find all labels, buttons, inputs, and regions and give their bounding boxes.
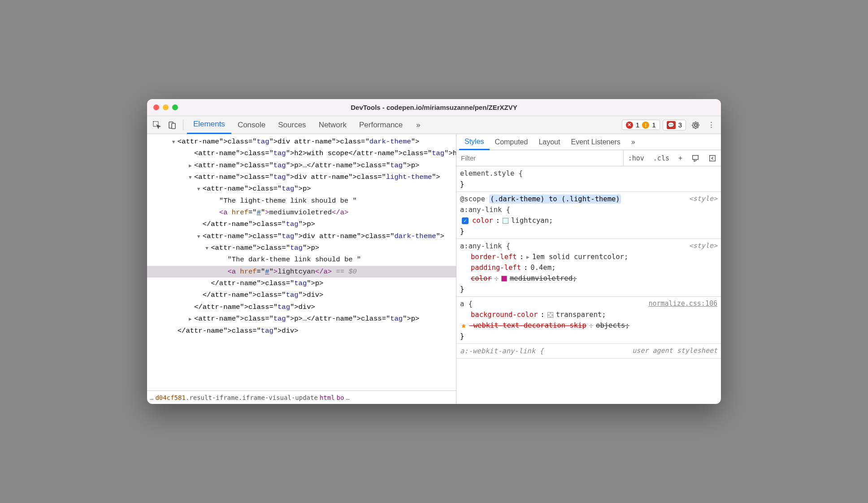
expand-arrow-icon[interactable]: ▶	[189, 162, 194, 170]
crumb-item[interactable]: d04cf581.result-iframe.iframe-visual-upd…	[155, 394, 317, 401]
expand-arrow-icon[interactable]: ▶	[189, 315, 194, 324]
dom-line[interactable]: </attr-name">class="tag">div>	[147, 301, 456, 313]
issues-icon: 💬	[667, 121, 676, 129]
expand-arrow-icon[interactable]: ▼	[189, 173, 194, 182]
dom-line[interactable]: <attr-name">class="tag">h2>with scope</a…	[147, 147, 456, 159]
styles-rules[interactable]: element.style {}<style>@scope (.dark-the…	[456, 166, 721, 404]
dom-line[interactable]: ▶<attr-name">class="tag">p>…</attr-name"…	[147, 313, 456, 325]
devtools-window: DevTools - codepen.io/miriamsuzanne/pen/…	[147, 99, 721, 404]
breadcrumb[interactable]: … d04cf581.result-iframe.iframe-visual-u…	[147, 390, 456, 404]
style-rule[interactable]: element.style {}	[456, 166, 721, 192]
style-rule[interactable]: <style>@scope (.dark-theme) to (.light-t…	[456, 192, 721, 239]
error-warning-badges[interactable]: ✕ 1 ! 1	[622, 120, 660, 130]
crumb-item[interactable]: html	[320, 394, 335, 401]
warning-icon: ▲	[462, 321, 465, 330]
dom-line[interactable]: <a href="#">lightcyan</a> == $0	[147, 266, 456, 278]
expand-arrow-icon[interactable]: ▼	[172, 138, 178, 147]
property-checkbox[interactable]: ✓	[462, 217, 469, 224]
source-link[interactable]: normalize.css:106	[648, 299, 717, 309]
color-swatch[interactable]	[501, 276, 507, 282]
styles-tab-layout[interactable]: Layout	[533, 134, 565, 150]
dom-line[interactable]: <a href="#">mediumvioletred</a>	[147, 207, 456, 218]
minimize-window-button[interactable]	[163, 104, 169, 110]
styles-tabs: StylesComputedLayoutEvent Listeners»	[456, 134, 721, 150]
dom-line[interactable]: "The dark-theme link should be "	[147, 254, 456, 265]
svg-rect-2	[172, 123, 175, 129]
main-toolbar: ElementsConsoleSourcesNetworkPerformance…	[147, 116, 721, 134]
expand-arrow-icon[interactable]: ▼	[197, 185, 203, 194]
warning-icon: !	[642, 121, 649, 129]
crumb-item[interactable]: bo	[337, 394, 344, 401]
style-rule[interactable]: normalize.css:106a {background-color:tra…	[456, 297, 721, 344]
error-icon: ✕	[626, 121, 633, 129]
warning-count: 1	[652, 121, 655, 129]
dom-line[interactable]: </attr-name">class="tag">p>	[147, 278, 456, 289]
color-swatch[interactable]	[547, 312, 553, 318]
format-icon[interactable]	[687, 150, 704, 166]
expand-arrow-icon[interactable]: ▼	[197, 233, 203, 241]
traffic-lights	[153, 104, 178, 110]
expand-arrow-icon[interactable]: ▶	[526, 253, 529, 261]
settings-icon[interactable]	[689, 118, 703, 132]
issues-badge[interactable]: 💬 3	[663, 120, 686, 130]
style-rule[interactable]: <style>a:any-link {border-left:▶1em soli…	[456, 239, 721, 297]
expand-arrow-icon[interactable]: ▼	[205, 244, 211, 253]
source-link[interactable]: <style>	[689, 194, 717, 204]
hov-button[interactable]: :hov	[624, 150, 649, 166]
dom-line[interactable]: ▼<attr-name">class="tag">div attr-name">…	[147, 230, 456, 242]
dom-line[interactable]: ▶<attr-name">class="tag">p>…</attr-name"…	[147, 160, 456, 171]
maximize-window-button[interactable]	[172, 104, 178, 110]
styles-tab-computed[interactable]: Computed	[490, 134, 534, 150]
tab-network[interactable]: Network	[312, 116, 353, 134]
window-title: DevTools - codepen.io/miriamsuzanne/pen/…	[147, 104, 721, 111]
style-rule[interactable]: user agent stylesheeta:-webkit-any-link …	[456, 344, 721, 359]
styles-tab-event-listeners[interactable]: Event Listeners	[565, 134, 625, 150]
tab-sources[interactable]: Sources	[272, 116, 312, 134]
tabs-overflow-button[interactable]: »	[410, 116, 426, 134]
elements-panel: ▼<attr-name">class="tag">div attr-name">…	[147, 134, 456, 404]
filter-input[interactable]	[456, 150, 624, 166]
more-menu-icon[interactable]: ⋮	[704, 118, 718, 132]
color-swatch[interactable]	[503, 218, 508, 224]
styles-panel: StylesComputedLayoutEvent Listeners» :ho…	[456, 134, 721, 404]
new-rule-button[interactable]: +	[674, 150, 687, 166]
toolbar-separator	[183, 120, 183, 130]
filter-bar: :hov .cls +	[456, 150, 721, 166]
tab-performance[interactable]: Performance	[353, 116, 409, 134]
dom-line[interactable]: </attr-name">class="tag">p>	[147, 218, 456, 230]
error-count: 1	[636, 121, 639, 129]
inspect-element-icon[interactable]	[150, 118, 164, 132]
svg-rect-3	[693, 155, 699, 159]
dom-line[interactable]: "The light-theme link should be "	[147, 195, 456, 207]
computed-sidebar-icon[interactable]	[704, 150, 721, 166]
dom-line[interactable]: ▼<attr-name">class="tag">p>	[147, 242, 456, 254]
dom-line[interactable]: ▼<attr-name">class="tag">div attr-name">…	[147, 136, 456, 147]
styles-tabs-overflow[interactable]: »	[626, 134, 641, 150]
dom-tree[interactable]: ▼<attr-name">class="tag">div attr-name">…	[147, 134, 456, 390]
dom-line[interactable]: ▼<attr-name">class="tag">div attr-name">…	[147, 171, 456, 183]
dom-line[interactable]: </attr-name">class="tag">div>	[147, 289, 456, 301]
crumb-ellipsis: …	[150, 394, 153, 401]
tab-console[interactable]: Console	[231, 116, 272, 134]
tab-elements[interactable]: Elements	[187, 116, 231, 134]
dom-line[interactable]: </attr-name">class="tag">div>	[147, 325, 456, 337]
styles-tab-styles[interactable]: Styles	[459, 134, 490, 150]
titlebar: DevTools - codepen.io/miriamsuzanne/pen/…	[147, 99, 721, 116]
device-toolbar-icon[interactable]	[165, 118, 179, 132]
source-link: user agent stylesheet	[632, 346, 717, 356]
source-link[interactable]: <style>	[689, 241, 717, 251]
svg-rect-4	[710, 155, 716, 161]
dom-line[interactable]: ▼<attr-name">class="tag">p>	[147, 183, 456, 195]
crumb-trail-ellipsis: …	[346, 394, 349, 401]
cls-button[interactable]: .cls	[649, 150, 674, 166]
close-window-button[interactable]	[153, 104, 159, 110]
issues-count: 3	[678, 121, 682, 129]
